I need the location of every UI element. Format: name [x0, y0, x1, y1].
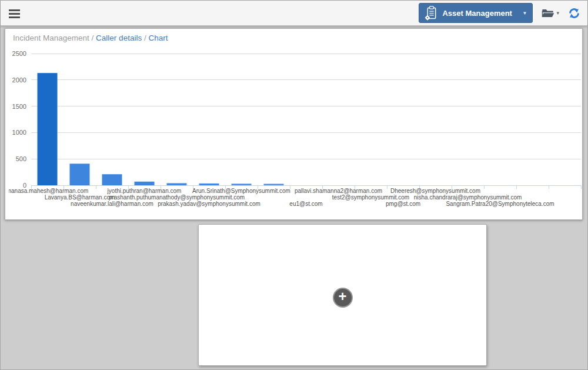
y-axis-tick-label: 2500 — [12, 50, 26, 57]
x-axis-category-label: jyothi.puthran@harman.com — [107, 188, 182, 194]
top-bar: Asset Management ▼ ▾ — [1, 1, 587, 26]
folder-icon — [542, 8, 554, 18]
breadcrumb-separator: / — [142, 34, 148, 42]
refresh-button[interactable] — [568, 7, 580, 19]
x-axis-category-label: prakash.yadav@symphonysummit.com — [158, 201, 260, 207]
x-axis-category-label: Sangram.Patra20@Symphonyteleca.com — [446, 201, 554, 207]
add-widget-button[interactable]: + — [333, 288, 353, 308]
bar[interactable] — [38, 73, 58, 185]
y-axis-tick-label: 500 — [16, 155, 26, 162]
folder-menu-button[interactable]: ▾ — [542, 8, 559, 18]
bar[interactable] — [167, 183, 187, 185]
x-axis-category-label: pmg@st.com — [386, 201, 420, 207]
x-axis-category-label: naveenkumar.lali@harman.com — [71, 201, 153, 207]
x-axis-category-label: nisha.chandraraj@symphonysummit.com — [414, 194, 522, 201]
x-axis-category-label: Arun.Srinath@Symphonysummit.com — [192, 188, 290, 194]
breadcrumb-caller-details[interactable]: Caller details — [96, 34, 142, 42]
y-axis-tick-label: 1000 — [12, 129, 26, 136]
x-axis-category-label: test2@symphonysummit.com — [332, 194, 409, 201]
breadcrumb: Incident Management / Caller details / C… — [13, 34, 168, 42]
plus-icon: + — [338, 289, 346, 304]
topbar-actions: Asset Management ▼ ▾ — [419, 1, 580, 25]
y-axis-tick-label: 2000 — [12, 76, 26, 84]
bar[interactable] — [70, 164, 90, 185]
y-axis-tick-label: 1500 — [12, 103, 26, 110]
folder-chevron-icon: ▾ — [556, 10, 559, 16]
asset-management-icon — [425, 5, 438, 21]
x-axis-category-label: Dheeresh@symphonysummit.com — [390, 188, 480, 194]
chevron-down-icon: ▼ — [523, 10, 527, 16]
x-axis-category-label: prashanth.puthumanathody@symphonysummit.… — [109, 194, 245, 201]
module-selector-label: Asset Management — [442, 9, 518, 18]
module-selector-button[interactable]: Asset Management ▼ — [419, 3, 533, 23]
add-widget-panel: + — [198, 224, 487, 366]
breadcrumb-incident-management[interactable]: Incident Management — [13, 34, 89, 42]
bar[interactable] — [264, 184, 284, 185]
bar[interactable] — [232, 184, 252, 185]
chart-panel: Incident Management / Caller details / C… — [5, 28, 583, 220]
bar[interactable] — [135, 182, 155, 185]
x-axis-category-label: eu1@st.com — [289, 201, 322, 207]
x-axis-category-label: pallavi.shamanna2@harman.com — [295, 188, 382, 194]
refresh-icon — [568, 7, 580, 19]
bar-chart: 05001000150020002500manasa.mahesh@harman… — [9, 46, 582, 218]
bar[interactable] — [102, 174, 122, 185]
hamburger-menu-icon[interactable] — [9, 9, 21, 18]
breadcrumb-separator: / — [89, 34, 96, 42]
bar[interactable] — [199, 184, 219, 185]
x-axis-category-label: manasa.mahesh@harman.com — [9, 188, 88, 194]
x-axis-category-label: Lavanya.BS@harman.com — [45, 194, 115, 201]
breadcrumb-chart[interactable]: Chart — [148, 34, 168, 42]
